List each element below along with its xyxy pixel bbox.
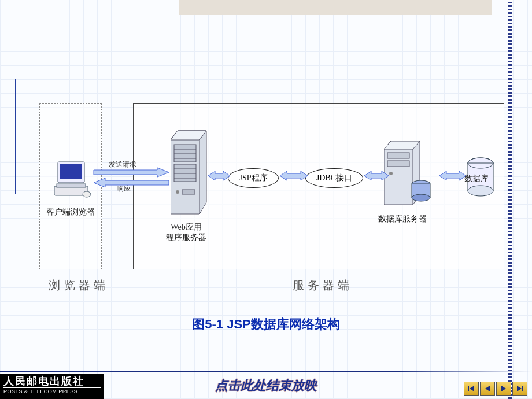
svg-rect-42 <box>522 386 523 391</box>
database-label: 数据库 <box>461 173 492 184</box>
jdbc-node: JDBC接口 <box>305 168 363 188</box>
svg-point-26 <box>412 194 430 201</box>
edge-label-request: 发送请求 <box>109 160 136 169</box>
svg-rect-17 <box>182 190 195 194</box>
web-server-icon <box>171 128 209 217</box>
right-decor-stripe <box>508 0 512 399</box>
svg-rect-38 <box>468 386 469 391</box>
svg-rect-22 <box>387 161 409 167</box>
figure-caption: 图5-1 JSP数据库网络架构 <box>0 316 532 333</box>
decor-vline <box>15 79 16 194</box>
nav-last-button[interactable] <box>512 382 527 396</box>
svg-point-29 <box>468 186 493 196</box>
server-section-label: 服务器端 <box>293 278 353 293</box>
top-decor-band <box>179 0 492 15</box>
client-pc-icon <box>54 161 91 205</box>
svg-rect-12 <box>174 164 196 182</box>
end-show-text[interactable]: 点击此处结束放映 <box>0 377 532 394</box>
decor-hline <box>8 86 124 86</box>
slide-nav <box>464 382 527 396</box>
web-server-label: Web应用 程序服务器 <box>152 222 221 243</box>
nav-first-button[interactable] <box>464 382 479 396</box>
edge-label-response: 响应 <box>117 184 131 194</box>
footer-divider <box>0 371 532 372</box>
db-server-label: 数据库服务器 <box>368 214 437 224</box>
svg-rect-1 <box>60 164 82 179</box>
svg-rect-3 <box>57 184 86 187</box>
svg-marker-37 <box>470 386 474 391</box>
jsp-node: JSP程序 <box>228 168 279 188</box>
svg-point-16 <box>176 190 179 194</box>
svg-rect-21 <box>387 153 409 158</box>
svg-point-23 <box>389 172 393 175</box>
svg-marker-39 <box>485 386 490 391</box>
db-server-icon <box>384 140 431 210</box>
svg-marker-41 <box>517 386 522 391</box>
nav-next-button[interactable] <box>496 382 511 396</box>
nav-prev-button[interactable] <box>480 382 495 396</box>
svg-point-4 <box>83 191 91 197</box>
svg-rect-8 <box>174 145 196 162</box>
svg-marker-40 <box>501 386 506 391</box>
client-pc-label: 客户端浏览器 <box>36 207 105 217</box>
client-section-label: 浏览器端 <box>49 278 109 293</box>
